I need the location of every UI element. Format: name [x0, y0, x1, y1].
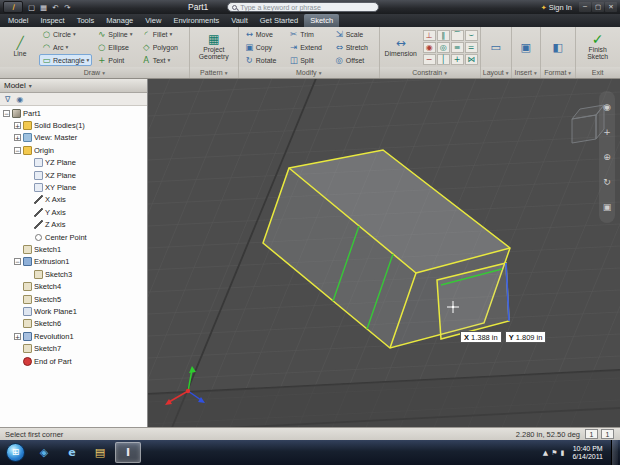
navbar-zoom-icon[interactable]: ⊕: [603, 152, 611, 162]
qat-new-button[interactable]: ▢: [26, 3, 37, 12]
filter-icon[interactable]: ∇: [5, 95, 10, 104]
navbar-orbit-icon[interactable]: ↻: [603, 177, 611, 187]
panel-label-insert[interactable]: Insert: [512, 67, 540, 78]
tab-manage[interactable]: Manage: [100, 14, 139, 27]
search-input[interactable]: [240, 4, 374, 11]
tab-sketch[interactable]: Sketch: [304, 14, 339, 27]
constraint-tangent-icon[interactable]: ⌒: [451, 30, 464, 41]
navbar-steering-wheel-icon[interactable]: ◉: [603, 102, 611, 112]
tray-network-icon[interactable]: ▮: [561, 449, 565, 457]
button-rectangle[interactable]: ▭ Rectangle ▾: [39, 54, 92, 66]
button-offset[interactable]: ◎ Offset ▾: [332, 54, 376, 66]
tree-origin[interactable]: − Origin: [0, 144, 147, 156]
button-fillet[interactable]: ◜ Fillet ▾: [139, 28, 186, 40]
project-geometry-button[interactable]: ▦ Project Geometry: [192, 28, 236, 66]
panel-label-modify[interactable]: Modify: [239, 67, 379, 78]
application-menu-button[interactable]: I: [3, 1, 23, 13]
button-spline[interactable]: ∿ Spline ▾: [94, 28, 136, 40]
button-arc[interactable]: ◠ Arc ▾: [39, 41, 92, 53]
button-extend[interactable]: ⇥ Extend ▾: [286, 41, 330, 53]
button-stretch[interactable]: ⇔ Stretch ▾: [332, 41, 376, 53]
panel-label-exit[interactable]: Exit: [576, 67, 620, 78]
tab-view[interactable]: View: [139, 14, 167, 27]
button-trim[interactable]: ✂ Trim ▾: [286, 28, 330, 40]
window-minimize-button[interactable]: ─: [579, 2, 591, 12]
panel-label-layout[interactable]: Layout: [481, 67, 511, 78]
tray-action-center-icon[interactable]: ⚑: [551, 449, 557, 457]
tree-end-of-part[interactable]: End of Part: [0, 355, 147, 367]
sign-in-button[interactable]: Sign In: [541, 3, 572, 12]
tree-sketch4[interactable]: Sketch4: [0, 280, 147, 292]
button-text[interactable]: A Text ▾: [139, 54, 186, 66]
window-restore-button[interactable]: ▢: [592, 2, 604, 12]
constraint-collinear-icon[interactable]: ≡: [451, 42, 464, 53]
y-coordinate-input[interactable]: Y 1.809 in: [505, 331, 547, 343]
tab-inspect[interactable]: Inspect: [34, 14, 70, 27]
taskbar-clock[interactable]: 10:40 PM 6/14/2011: [572, 445, 603, 461]
line-button[interactable]: ╱ Line: [2, 28, 38, 66]
browser-header[interactable]: Model: [0, 79, 147, 93]
tree-sketch1[interactable]: Sketch1: [0, 243, 147, 255]
qat-undo-button[interactable]: ↶: [50, 3, 61, 12]
constraint-concentric-icon[interactable]: ◎: [437, 42, 450, 53]
tree-center-point[interactable]: Center Point: [0, 231, 147, 243]
tree-part1[interactable]: − Part1: [0, 107, 147, 119]
3d-viewport[interactable]: X 1.388 in Y 1.809 in ◉+⊕↻▣: [148, 79, 620, 427]
constraint-horizontal-icon[interactable]: ─: [423, 54, 436, 65]
taskbar-explorer[interactable]: ▤: [87, 442, 113, 463]
qat-redo-button[interactable]: ↷: [62, 3, 73, 12]
window-close-button[interactable]: ✕: [605, 2, 617, 12]
x-coordinate-input[interactable]: X 1.388 in: [460, 331, 502, 343]
constraint-smooth-icon[interactable]: ⌣: [465, 30, 478, 41]
finish-sketch-button[interactable]: ✓ Finish Sketch: [578, 28, 618, 66]
button-move[interactable]: ↔ Move ▾: [242, 28, 284, 40]
tab-vault[interactable]: Vault: [225, 14, 254, 27]
find-icon[interactable]: ◉: [16, 95, 23, 104]
panel-label-draw[interactable]: Draw: [0, 67, 189, 78]
constraint-symmetric-icon[interactable]: ⋈: [465, 54, 478, 65]
dimension-button[interactable]: ↔ Dimension: [382, 28, 420, 66]
button-split[interactable]: ◫ Split ▾: [286, 54, 330, 66]
button-scale[interactable]: ⇲ Scale ▾: [332, 28, 376, 40]
tab-model[interactable]: Model: [2, 14, 34, 27]
navbar-pan-icon[interactable]: +: [603, 127, 611, 137]
button-ellipse[interactable]: ○ Ellipse ▾: [94, 41, 136, 53]
tree-revolution1[interactable]: + Revolution1: [0, 330, 147, 342]
tray-show-hidden-icon[interactable]: ▲: [543, 449, 548, 457]
constraint-coincident-icon[interactable]: ◉: [423, 42, 436, 53]
tree-xz-plane[interactable]: XZ Plane: [0, 169, 147, 181]
tree-y-axis[interactable]: Y Axis: [0, 206, 147, 218]
tree-work-plane1[interactable]: Work Plane1: [0, 305, 147, 317]
tree-yz-plane[interactable]: YZ Plane: [0, 157, 147, 169]
tree-z-axis[interactable]: Z Axis: [0, 219, 147, 231]
show-desktop-button[interactable]: [611, 440, 618, 465]
taskbar-inventor[interactable]: I: [115, 442, 141, 463]
tab-environments[interactable]: Environments: [167, 14, 225, 27]
tree-sketch7[interactable]: Sketch7: [0, 342, 147, 354]
tree-solid-bodies-1[interactable]: + Solid Bodies(1): [0, 119, 147, 131]
button-polygon[interactable]: ◇ Polygon ▾: [139, 41, 186, 53]
navbar-look-at-icon[interactable]: ▣: [603, 202, 612, 212]
tree-sketch3[interactable]: Sketch3: [0, 268, 147, 280]
tree-xy-plane[interactable]: XY Plane: [0, 181, 147, 193]
insert-button[interactable]: ▣: [514, 28, 538, 66]
taskbar-media-player[interactable]: ◈: [31, 442, 57, 463]
qat-save-button[interactable]: ▦: [38, 3, 49, 12]
button-copy[interactable]: ▣ Copy ▾: [242, 41, 284, 53]
panel-label-pattern[interactable]: Pattern: [190, 67, 238, 78]
panel-label-format[interactable]: Format: [541, 67, 575, 78]
constraint-fix-icon[interactable]: +: [451, 54, 464, 65]
tree-extrusion1[interactable]: − Extrusion1: [0, 256, 147, 268]
tree-sketch5[interactable]: Sketch5: [0, 293, 147, 305]
help-search-box[interactable]: [227, 2, 379, 12]
format-button[interactable]: ◧: [543, 28, 573, 66]
tree-sketch6[interactable]: Sketch6: [0, 318, 147, 330]
panel-label-constrain[interactable]: Constrain: [380, 67, 480, 78]
tab-get-started[interactable]: Get Started: [254, 14, 304, 27]
button-point[interactable]: + Point ▾: [94, 54, 136, 66]
constraint-vertical-icon[interactable]: │: [437, 54, 450, 65]
tab-tools[interactable]: Tools: [71, 14, 101, 27]
constraint-parallel-icon[interactable]: ∥: [437, 30, 450, 41]
constraint-perpendicular-icon[interactable]: ⊥: [423, 30, 436, 41]
taskbar-internet-explorer[interactable]: e: [59, 442, 85, 463]
